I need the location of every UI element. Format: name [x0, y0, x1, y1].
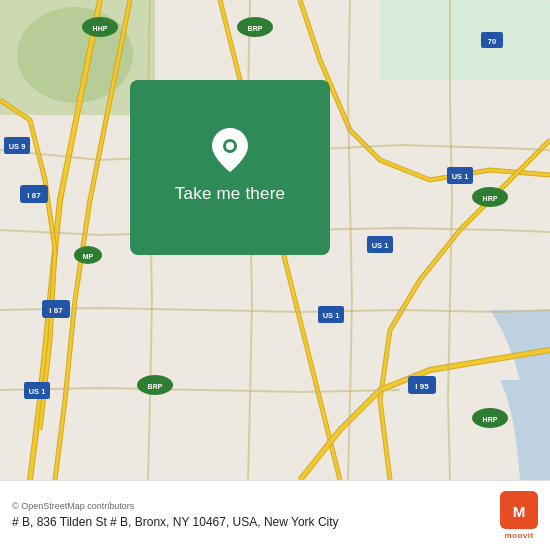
- map-container: I 87 I 87 US 9 US 1 US 1 US 1 US 1 I 95 …: [0, 0, 550, 480]
- svg-text:70: 70: [488, 37, 496, 46]
- location-overlay: Take me there: [130, 80, 330, 255]
- svg-text:US 1: US 1: [29, 387, 46, 396]
- location-pin-icon: [212, 128, 248, 172]
- moovit-label: moovit: [504, 531, 533, 540]
- svg-text:I 87: I 87: [49, 306, 63, 315]
- svg-text:BRP: BRP: [248, 25, 263, 32]
- attribution-text: © OpenStreetMap contributors: [12, 501, 490, 511]
- moovit-icon: M: [500, 491, 538, 529]
- svg-text:HHP: HHP: [93, 25, 108, 32]
- svg-text:MP: MP: [83, 253, 94, 260]
- footer-bar: © OpenStreetMap contributors # B, 836 Ti…: [0, 480, 550, 550]
- svg-text:US 9: US 9: [9, 142, 26, 151]
- moovit-logo: M moovit: [500, 491, 538, 540]
- address-text: # B, 836 Tilden St # B, Bronx, NY 10467,…: [12, 514, 490, 531]
- svg-text:M: M: [513, 503, 526, 520]
- svg-text:HRP: HRP: [483, 195, 498, 202]
- svg-rect-6: [380, 0, 550, 80]
- footer-text-block: © OpenStreetMap contributors # B, 836 Ti…: [12, 501, 490, 531]
- svg-text:US 1: US 1: [323, 311, 340, 320]
- svg-text:US 1: US 1: [452, 172, 469, 181]
- svg-text:US 1: US 1: [372, 241, 389, 250]
- svg-text:I 87: I 87: [27, 191, 41, 200]
- take-me-there-button[interactable]: Take me there: [167, 180, 293, 208]
- svg-point-5: [17, 7, 133, 103]
- svg-text:HRP: HRP: [483, 416, 498, 423]
- svg-text:I 95: I 95: [415, 382, 429, 391]
- svg-point-38: [226, 142, 234, 150]
- svg-text:BRP: BRP: [148, 383, 163, 390]
